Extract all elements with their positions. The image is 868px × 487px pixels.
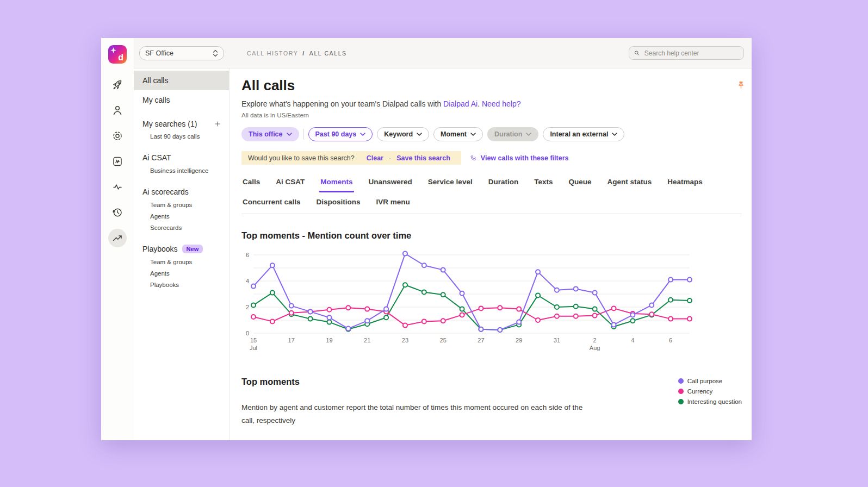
dialpad-ai-link[interactable]: Dialpad Ai [443,99,478,108]
view-calls-label: View calls with these filters [481,154,569,162]
breadcrumb-separator: / [302,50,305,57]
tab-dispositions[interactable]: Dispositions [315,196,362,213]
svg-text:0: 0 [246,330,249,336]
chart-legend: Call purpose Currency Interesting questi… [678,377,742,427]
filter-label: Moment [441,130,467,138]
legend-label: Currency [687,388,713,395]
section-description: Mention by agent and customer report the… [241,401,590,427]
sidebar-item-all-calls[interactable]: All calls [134,71,229,90]
filter-keyword[interactable]: Keyword [377,127,429,141]
logo-letter: d [118,53,123,63]
playbooks-label: Playbooks [142,245,178,253]
sidebar-item-team-groups[interactable]: Team & groups [134,199,229,210]
filter-label: Interal an external [550,130,608,138]
tab-ivr-menu[interactable]: IVR menu [375,196,411,213]
save-search-bar: Would you like to save this search? Clea… [241,151,461,165]
need-help-link[interactable]: Need help? [482,99,521,108]
pushpin-icon[interactable] [736,80,746,93]
legend-interesting-question[interactable]: Interesting question [678,398,742,405]
breadcrumb-current: ALL CALLS [309,50,347,57]
subtitle-dot: . [478,99,482,108]
legend-call-purpose[interactable]: Call purpose [678,378,742,384]
filter-past-90-days[interactable]: Past 90 days [308,127,373,141]
legend-currency[interactable]: Currency [678,388,742,395]
chevron-down-icon [526,133,531,136]
svg-text:Jul: Jul [250,345,257,351]
tab-calls[interactable]: Calls [241,176,261,192]
chart-title: Top moments - Mention count over time [241,230,742,241]
rocket-icon[interactable] [108,76,127,94]
tab-unanswered[interactable]: Unanswered [368,176,413,192]
svg-text:25: 25 [440,337,447,344]
view-calls-link[interactable]: View calls with these filters [470,154,569,162]
sidebar-item-business-intelligence[interactable]: Business intelligence [134,165,229,176]
svg-text:4: 4 [631,337,634,344]
tab-moments[interactable]: Moments [319,176,354,192]
svg-text:6: 6 [246,252,249,258]
svg-text:2: 2 [246,304,249,310]
tab-texts[interactable]: Texts [533,176,554,192]
chart-container: 024615Jul17192123252729312Aug46 [241,244,742,355]
svg-text:27: 27 [478,337,484,344]
my-searches-label: My searches (1) [142,120,197,128]
search-input[interactable] [643,49,739,58]
tab-bar: Calls Ai CSAT Moments Unanswered Service… [241,176,742,214]
legend-dot-purple [678,378,684,384]
sidebar-group-playbooks[interactable]: Playbooks New [134,242,229,256]
tab-queue[interactable]: Queue [567,176,592,192]
svg-text:4: 4 [246,278,249,284]
page-title: All calls [241,77,742,94]
tab-service-level[interactable]: Service level [427,176,474,192]
sidebar-item-scorecards[interactable]: Scorecards [134,222,229,233]
sparkle-icon [110,47,117,54]
legend-label: Interesting question [687,398,742,405]
settings-gear-icon[interactable] [108,127,127,145]
tab-duration[interactable]: Duration [487,176,520,192]
filter-internal-external[interactable]: Interal an external [543,127,624,141]
save-question: Would you like to save this search? [248,154,355,162]
tab-agent-status[interactable]: Agent status [606,176,653,192]
page-subtitle: Explore what's happening on your team's … [241,99,742,108]
tab-ai-csat[interactable]: Ai CSAT [275,176,306,192]
svg-text:31: 31 [554,337,560,344]
svg-text:6: 6 [669,337,672,344]
sidebar-item-playbooks-team-groups[interactable]: Team & groups [134,256,229,267]
legend-dot-pink [678,389,684,394]
filter-duration: Duration [487,127,538,141]
ai-notes-icon[interactable] [108,152,127,171]
filter-moment[interactable]: Moment [433,127,483,141]
clear-button[interactable]: Clear [367,154,383,162]
analytics-trend-icon[interactable] [108,229,127,247]
chevron-down-icon [360,133,365,136]
svg-text:Aug: Aug [590,345,600,351]
tab-concurrent-calls[interactable]: Concurrent calls [241,196,302,213]
save-this-search-button[interactable]: Save this search [396,154,450,162]
activity-pulse-icon[interactable] [108,178,127,196]
chevron-down-icon [287,133,292,136]
filter-label: Past 90 days [315,130,357,138]
sidebar-group-ai-csat[interactable]: Ai CSAT [134,151,229,165]
sidebar-item-my-searches[interactable]: My searches (1) [134,117,229,130]
sidebar-item-playbooks-agents[interactable]: Agents [134,267,229,279]
sidebar-item-my-calls[interactable]: My calls [134,90,229,110]
timezone-note: All data is in US/Eastern [241,112,742,118]
help-search[interactable] [629,46,744,60]
section-title: Top moments [241,377,590,387]
tab-heatmaps[interactable]: Heatmaps [666,176,704,192]
legend-label: Call purpose [687,378,723,384]
icon-rail: d [101,38,134,440]
history-icon[interactable] [108,203,127,222]
dialpad-logo[interactable]: d [108,45,127,64]
sidebar-group-ai-scorecards[interactable]: Ai scorecards [134,185,229,199]
office-selector-value: SF Office [145,49,213,57]
updown-chevrons-icon [213,49,218,57]
sidebar-item-playbooks-playbooks[interactable]: Playbooks [134,279,229,290]
breadcrumb-parent[interactable]: CALL HISTORY [247,50,298,57]
sidebar-item-last-90-days-calls[interactable]: Last 90 days calls [134,130,229,142]
sidebar-item-agents[interactable]: Agents [134,210,229,222]
office-selector[interactable]: SF Office [139,46,224,60]
plus-icon[interactable] [214,120,221,128]
user-icon[interactable] [108,101,127,120]
svg-text:17: 17 [288,337,295,344]
filter-this-office[interactable]: This office [241,127,299,141]
